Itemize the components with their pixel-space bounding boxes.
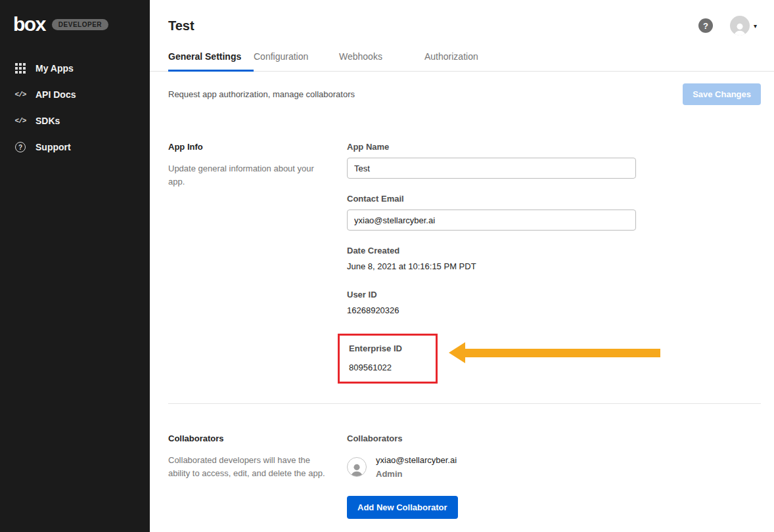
date-created-value: June 8, 2021 at 10:16:15 PM PDT <box>347 261 761 271</box>
tab-bar: General Settings Configuration Webhooks … <box>150 47 774 72</box>
help-icon[interactable]: ? <box>698 18 713 33</box>
collaborator-email: yxiao@stellarcyber.ai <box>376 455 457 465</box>
date-created-label: Date Created <box>347 246 761 255</box>
collaborators-section: Collaborators Collaborated developers wi… <box>150 433 774 519</box>
grid-icon <box>14 63 26 74</box>
section-heading: Collaborators <box>168 433 327 443</box>
collaborator-avatar <box>347 457 367 477</box>
section-description: Update general information about your ap… <box>168 162 327 188</box>
contact-email-input[interactable] <box>347 210 636 231</box>
sidebar-item-label: SDKs <box>35 116 60 126</box>
app-root: box DEVELOPER My Apps </> API Docs </> <box>0 0 774 532</box>
sidebar-item-sdks[interactable]: </> SDKs <box>0 108 150 134</box>
box-logo: box <box>13 14 45 34</box>
tab-authorization[interactable]: Authorization <box>424 47 510 72</box>
sidebar-item-label: My Apps <box>35 63 74 74</box>
collaborator-row: yxiao@stellarcyber.ai Admin <box>347 455 761 479</box>
main-content: Test ? ▾ General Settings Configuration … <box>150 0 774 532</box>
user-menu[interactable]: ▾ <box>730 16 757 35</box>
developer-badge: DEVELOPER <box>52 19 108 30</box>
user-id-value: 16268920326 <box>347 305 761 315</box>
section-description: Collaborated developers will have the ab… <box>168 454 327 480</box>
code-icon: </> <box>14 117 26 125</box>
chevron-down-icon: ▾ <box>754 22 757 30</box>
topbar: Test ? ▾ <box>150 0 774 47</box>
sidebar-item-support[interactable]: ? Support <box>0 134 150 160</box>
tab-webhooks[interactable]: Webhooks <box>339 47 424 72</box>
arrow-head-icon <box>449 342 465 363</box>
collaborators-list-label: Collaborators <box>347 433 761 443</box>
add-new-collaborator-button[interactable]: Add New Collaborator <box>347 496 458 519</box>
sidebar-item-my-apps[interactable]: My Apps <box>0 55 150 81</box>
enterprise-id-label: Enterprise ID <box>349 344 426 353</box>
sidebar-item-label: Support <box>35 142 71 152</box>
tab-configuration[interactable]: Configuration <box>254 47 339 72</box>
avatar <box>730 16 750 35</box>
tab-general-settings[interactable]: General Settings <box>168 47 254 72</box>
sidebar-item-api-docs[interactable]: </> API Docs <box>0 81 150 108</box>
app-info-section: App Info Update general information abou… <box>150 142 774 384</box>
user-id-label: User ID <box>347 290 761 299</box>
enterprise-id-highlight-box: Enterprise ID 809561022 <box>338 334 438 384</box>
arrow-shaft <box>465 349 660 357</box>
section-divider <box>168 403 761 404</box>
section-heading: App Info <box>168 142 327 152</box>
collaborator-role: Admin <box>376 469 457 479</box>
sidebar: box DEVELOPER My Apps </> API Docs </> <box>0 0 150 532</box>
orange-arrow-annotation <box>449 342 660 363</box>
question-circle-icon: ? <box>15 142 26 152</box>
code-icon: </> <box>14 91 26 99</box>
subheader-text: Request app authorization, manage collab… <box>168 89 355 99</box>
save-changes-button[interactable]: Save Changes <box>683 83 761 105</box>
subheader: Request app authorization, manage collab… <box>150 72 774 105</box>
sidebar-nav: My Apps </> API Docs </> SDKs ? Support <box>0 55 150 160</box>
app-name-label: App Name <box>347 142 761 152</box>
app-name-input[interactable] <box>347 158 636 179</box>
sidebar-item-label: API Docs <box>35 89 76 100</box>
contact-email-label: Contact Email <box>347 194 761 204</box>
page-title: Test <box>168 18 194 33</box>
box-developer-logo[interactable]: box DEVELOPER <box>0 0 150 46</box>
enterprise-id-value: 809561022 <box>349 363 426 372</box>
